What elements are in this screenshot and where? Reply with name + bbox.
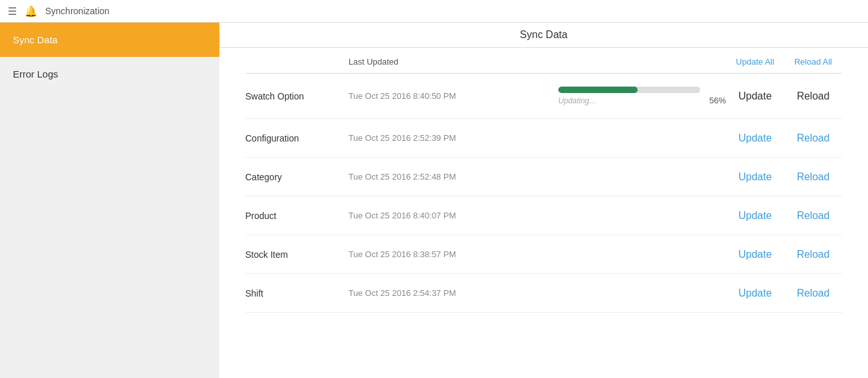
sidebar-item-sync-data-label: Sync Data bbox=[13, 34, 57, 45]
table-body: Swatch OptionTue Oct 25 2016 8:40:50 PMU… bbox=[245, 74, 842, 313]
row-item-name: Category bbox=[245, 172, 348, 182]
main-layout: Sync Data Error Logs Sync Data Last Upda… bbox=[0, 23, 868, 378]
row-update-button[interactable]: Update bbox=[726, 132, 784, 144]
progress-text-row: Updating...56% bbox=[558, 96, 726, 105]
progress-percent: 56% bbox=[709, 96, 726, 105]
row-reload-button[interactable]: Reload bbox=[784, 132, 842, 144]
table-wrapper: Last Updated Update All Reload All Swatc… bbox=[219, 48, 868, 378]
update-all-button[interactable]: Update All bbox=[726, 57, 784, 67]
bell-icon[interactable]: 🔔 bbox=[25, 5, 37, 17]
row-update-button[interactable]: Update bbox=[726, 249, 784, 260]
row-reload-button[interactable]: Reload bbox=[784, 171, 842, 183]
row-last-updated: Tue Oct 25 2016 2:52:48 PM bbox=[348, 172, 558, 182]
row-progress-area: Updating...56% bbox=[558, 87, 726, 105]
row-update-button[interactable]: Update bbox=[726, 288, 784, 299]
row-reload-button[interactable]: Reload bbox=[784, 210, 842, 222]
section-title: Synchronization bbox=[45, 6, 110, 16]
row-item-name: Product bbox=[245, 211, 348, 221]
row-update-button[interactable]: Update bbox=[726, 210, 784, 222]
table-row: Stock ItemTue Oct 25 2016 8:38:57 PMUpda… bbox=[245, 235, 842, 274]
content-area: Sync Data Last Updated Update All Reload… bbox=[219, 23, 868, 378]
row-item-name: Configuration bbox=[245, 133, 348, 143]
page-title: Sync Data bbox=[245, 29, 842, 41]
table-row: CategoryTue Oct 25 2016 2:52:48 PMUpdate… bbox=[245, 158, 842, 196]
row-reload-button[interactable]: Reload bbox=[784, 249, 842, 260]
hamburger-icon[interactable]: ☰ bbox=[8, 5, 17, 17]
row-last-updated: Tue Oct 25 2016 8:40:07 PM bbox=[348, 211, 558, 220]
row-item-name: Stock Item bbox=[245, 249, 348, 260]
row-last-updated: Tue Oct 25 2016 2:54:37 PM bbox=[348, 288, 558, 298]
row-update-button[interactable]: Update bbox=[726, 90, 784, 102]
row-item-name: Shift bbox=[245, 288, 348, 299]
sidebar-item-sync-data[interactable]: Sync Data bbox=[0, 23, 219, 57]
progress-bar-fill bbox=[558, 87, 638, 93]
row-reload-button[interactable]: Reload bbox=[784, 288, 842, 299]
table-row: ConfigurationTue Oct 25 2016 2:52:39 PMU… bbox=[245, 119, 842, 158]
row-last-updated: Tue Oct 25 2016 8:40:50 PM bbox=[348, 91, 558, 101]
progress-bar-background bbox=[558, 87, 700, 93]
row-reload-button[interactable]: Reload bbox=[784, 90, 842, 102]
table-row: Swatch OptionTue Oct 25 2016 8:40:50 PMU… bbox=[245, 74, 842, 119]
row-update-button[interactable]: Update bbox=[726, 171, 784, 183]
row-last-updated: Tue Oct 25 2016 2:52:39 PM bbox=[348, 133, 558, 143]
sidebar-item-error-logs[interactable]: Error Logs bbox=[0, 57, 219, 91]
sidebar: Sync Data Error Logs bbox=[0, 23, 219, 378]
table-row: ProductTue Oct 25 2016 8:40:07 PMUpdateR… bbox=[245, 196, 842, 235]
sidebar-item-error-logs-label: Error Logs bbox=[13, 68, 58, 79]
table-header: Last Updated Update All Reload All bbox=[245, 48, 842, 74]
content-header: Sync Data bbox=[219, 23, 868, 48]
row-item-name: Swatch Option bbox=[245, 91, 348, 101]
top-bar: ☰ 🔔 Synchronization bbox=[0, 0, 868, 23]
table-row: ShiftTue Oct 25 2016 2:54:37 PMUpdateRel… bbox=[245, 274, 842, 313]
updating-label: Updating... bbox=[558, 96, 596, 105]
reload-all-button[interactable]: Reload All bbox=[784, 57, 842, 67]
row-last-updated: Tue Oct 25 2016 8:38:57 PM bbox=[348, 249, 558, 259]
col-last-updated-header: Last Updated bbox=[348, 57, 558, 67]
